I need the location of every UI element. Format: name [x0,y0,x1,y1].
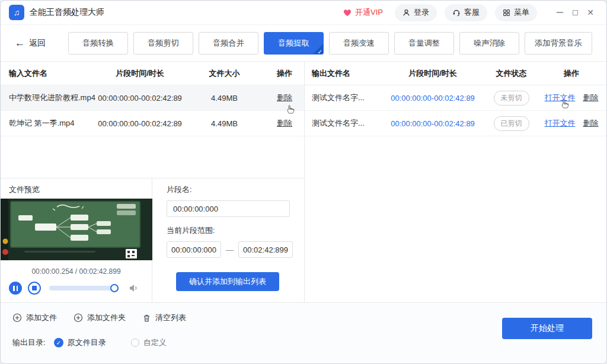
app-logo-icon: ♫ [9,5,24,20]
status-badge: 已剪切 [494,116,529,131]
tab-label: 音频转换 [82,38,114,49]
tab-audio-convert[interactable]: 音频转换 [68,32,128,55]
range-end-input[interactable] [238,241,293,258]
vip-button[interactable]: 开通VIP [343,7,383,18]
trash-icon [142,314,151,323]
tab-noise-removal[interactable]: 噪声消除 [459,32,519,55]
start-processing-button[interactable]: 开始处理 [502,318,592,339]
main-area: 输入文件名 片段时间/时长 文件大小 操作 中学数理化进阶教程.mp4 00:0… [1,61,606,302]
menu-button[interactable]: 菜单 [495,4,537,21]
plus-circle-icon [74,313,83,323]
back-arrow-icon: ← [15,37,25,49]
range-dash: — [226,245,234,254]
col-file-size: 文件大小 [184,68,264,79]
add-folder-button[interactable]: 添加文件夹 [74,312,126,323]
volume-button[interactable] [129,284,139,292]
service-button[interactable]: 客服 [445,4,487,21]
titlebar-actions: 开通VIP 登录 客服 菜单 ✕ [343,4,598,21]
minimize-button[interactable] [552,5,567,20]
tab-audio-cut[interactable]: 音频剪切 [133,32,193,55]
tab-label: 音频合并 [213,38,244,49]
table-row[interactable]: 乾坤记 第一季.mp4 00:00:00:00-00:02:42:89 4.49… [1,111,304,136]
playback-time-display: 00:00:00.254 / 00:02:42.899 [1,267,152,276]
headset-icon [452,8,461,17]
stop-button[interactable] [28,282,41,295]
delete-link[interactable]: 删除 [277,93,292,102]
add-file-button[interactable]: 添加文件 [12,312,57,323]
back-label: 返回 [29,38,46,49]
output-dir-label: 输出目录: [12,337,46,348]
maximize-button[interactable] [567,5,583,20]
open-file-link[interactable]: 打开文件 [545,118,576,129]
segment-name-input[interactable] [167,200,290,217]
delete-link[interactable]: 删除 [277,119,292,127]
window-controls: ✕ [552,5,598,20]
add-folder-label: 添加文件夹 [87,312,126,323]
col-input-filename: 输入文件名 [1,68,95,79]
speaker-icon [129,284,139,292]
titlebar: ♫ 全能王音频处理大师 开通VIP 登录 客服 菜单 [1,1,606,25]
status-badge: 未剪切 [494,91,529,106]
delete-link[interactable]: 删除 [583,118,599,129]
output-panel: 输出文件名 片段时间/时长 文件状态 操作 测试文件名字... 00:00:00… [305,62,606,302]
radio-custom-dir[interactable]: 自定义 [131,337,167,348]
plus-circle-icon [12,313,22,323]
seek-slider[interactable] [49,286,119,290]
tab-label: 音频剪切 [148,38,179,49]
output-file-name: 测试文件名字... [305,118,379,129]
col-segment-time: 片段时间/时长 [95,68,184,79]
radio-checked-icon: ✓ [54,338,63,347]
delete-link[interactable]: 删除 [583,92,599,103]
output-file-time: 00:00:00:00-00:02:42:89 [379,94,486,103]
tab-label: 音频变速 [343,38,375,49]
col-file-status: 文件状态 [486,68,536,79]
tab-audio-merge[interactable]: 音频合并 [199,32,258,55]
file-preview-panel: 文件预览 [1,178,152,302]
preview-title: 文件预览 [9,184,152,195]
input-panel: 输入文件名 片段时间/时长 文件大小 操作 中学数理化进阶教程.mp4 00:0… [1,62,305,302]
output-file-name: 测试文件名字... [305,92,379,103]
tab-add-bgm[interactable]: 添加背景音乐 [525,32,592,55]
radio-original-label: 原文件目录 [68,337,106,348]
app-title: 全能王音频处理大师 [30,7,104,18]
close-button[interactable]: ✕ [583,5,598,20]
tab-audio-extract[interactable]: 音频提取 ✓ [264,32,324,55]
tab-label: 音量调整 [408,38,440,49]
preview-block: 文件预览 [1,178,304,302]
seek-slider-thumb[interactable] [110,284,119,292]
segment-form: 片段名: 当前片段范围: — 确认并添加到输出列表 [152,178,304,302]
tab-audio-speed[interactable]: 音频变速 [329,32,389,55]
video-preview-thumbnail[interactable] [1,199,152,260]
radio-original-dir[interactable]: ✓ 原文件目录 [54,337,106,348]
tab-label: 添加背景音乐 [535,38,582,49]
player-controls [1,282,152,295]
back-button[interactable]: ← 返回 [15,37,46,49]
tab-volume-adjust[interactable]: 音量调整 [394,32,454,55]
minimize-icon [557,12,563,13]
table-row[interactable]: 测试文件名字... 00:00:00:00-00:02:42:89 未剪切 打开… [305,85,606,111]
table-empty-space [1,136,304,178]
vip-label: 开通VIP [355,7,383,18]
app-window: ♫ 全能王音频处理大师 开通VIP 登录 客服 菜单 [0,0,607,364]
tab-bar: 音频转换 音频剪切 音频合并 音频提取 ✓ 音频变速 音量调整 噪声消除 添加背… [68,32,592,55]
output-table-header: 输出文件名 片段时间/时长 文件状态 操作 [305,62,606,85]
segment-range-label: 当前片段范围: [167,225,304,236]
open-file-link[interactable]: 打开文件 [545,92,576,103]
confirm-add-to-output-button[interactable]: 确认并添加到输出列表 [176,272,279,291]
segment-name-label: 片段名: [167,184,304,195]
login-button[interactable]: 登录 [395,4,437,21]
heart-icon [343,8,352,17]
tab-label: 音频提取 [278,38,309,49]
pause-button[interactable] [9,282,22,295]
clear-list-label: 清空列表 [155,312,186,323]
col-segment-time: 片段时间/时长 [379,68,486,79]
range-start-input[interactable] [167,241,221,258]
input-file-time: 00:00:00:00-00:02:42:89 [95,94,184,103]
app-identity: ♫ 全能王音频处理大师 [9,5,104,20]
table-row[interactable]: 中学数理化进阶教程.mp4 00:00:00:00-00:02:42:89 4.… [1,85,304,111]
table-row[interactable]: 测试文件名字... 00:00:00:00-00:02:42:89 已剪切 打开… [305,111,606,136]
col-action: 操作 [536,68,606,79]
clear-list-button[interactable]: 清空列表 [142,312,186,323]
pause-icon [13,286,15,291]
col-action: 操作 [264,68,305,79]
